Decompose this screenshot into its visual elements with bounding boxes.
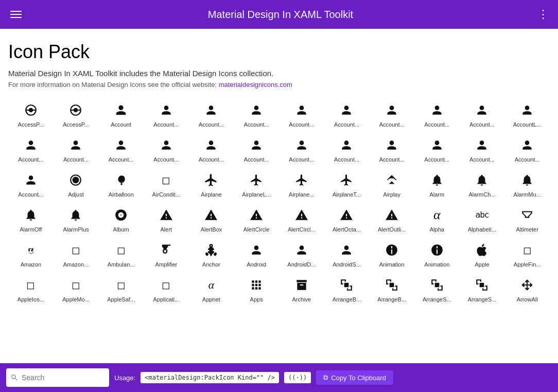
app-title: Material Design In XAML Toolkit	[24, 9, 537, 21]
icon-cell-70[interactable]: ArrangeS...	[460, 272, 505, 307]
icon-cell-56[interactable]: Animation	[369, 237, 414, 272]
icon-cell-48[interactable]: Amazon	[8, 237, 54, 272]
icon-cell-15[interactable]: Account...	[144, 132, 189, 167]
icon-cell-61[interactable]: ◻AppleMo...	[54, 272, 99, 307]
icon-cell-42[interactable]: AlertCircl...	[279, 202, 324, 237]
search-icon	[10, 373, 19, 382]
icon-label-48: Amazon	[10, 261, 51, 268]
icon-cell-9[interactable]: Account...	[414, 97, 460, 132]
icon-cell-10[interactable]: Account...	[460, 97, 505, 132]
icon-cell-51[interactable]: Amplifier	[144, 237, 189, 272]
icon-cell-8[interactable]: Account...	[369, 97, 414, 132]
icon-cell-66[interactable]: Archive	[279, 272, 324, 307]
search-input[interactable]	[22, 373, 94, 382]
icon-cell-36[interactable]: AlarmOff	[8, 202, 54, 237]
icon-label-20: Account...	[371, 156, 412, 163]
icon-label-22: Account...	[462, 156, 503, 163]
icon-label-58: Apple	[462, 261, 503, 268]
icon-cell-22[interactable]: Account...	[460, 132, 505, 167]
icon-cell-0[interactable]: AccessP...	[8, 97, 54, 132]
icon-cell-2[interactable]: Account	[98, 97, 144, 132]
icon-label-4: Account...	[191, 121, 232, 128]
icon-cell-53[interactable]: Android	[234, 237, 279, 272]
icon-cell-11[interactable]: AccountL...	[504, 97, 550, 132]
icon-cell-6[interactable]: Account...	[279, 97, 324, 132]
icon-cell-20[interactable]: Account...	[369, 132, 414, 167]
icon-cell-32[interactable]: Airplay	[369, 167, 414, 202]
icon-cell-41[interactable]: AlertCircle	[234, 202, 279, 237]
icon-cell-64[interactable]: αAppnet	[189, 272, 234, 307]
icon-cell-44[interactable]: AlertOutli...	[369, 202, 414, 237]
icon-label-59: AppleFin...	[507, 261, 548, 268]
icon-cell-29[interactable]: AirplaneL...	[234, 167, 279, 202]
icon-cell-5[interactable]: Account...	[234, 97, 279, 132]
icon-cell-33[interactable]: Alarm	[414, 167, 460, 202]
icon-cell-69[interactable]: ArrangeS...	[414, 272, 460, 307]
icon-cell-4[interactable]: Account...	[189, 97, 234, 132]
icon-cell-38[interactable]: Album	[98, 202, 144, 237]
icon-cell-18[interactable]: Account...	[279, 132, 324, 167]
icon-cell-1[interactable]: AccessP...	[54, 97, 99, 132]
icon-cell-49[interactable]: ◻Amazon...	[54, 237, 99, 272]
icon-cell-23[interactable]: Account...	[504, 132, 550, 167]
icon-label-53: Android	[236, 261, 277, 268]
icon-cell-13[interactable]: Account...	[54, 132, 99, 167]
icon-cell-52[interactable]: Anchor	[189, 237, 234, 272]
icon-cell-39[interactable]: Alert	[144, 202, 189, 237]
icon-cell-21[interactable]: Account...	[414, 132, 460, 167]
icon-label-49: Amazon...	[56, 261, 97, 268]
more-button[interactable]: ⋮	[537, 8, 550, 21]
icon-cell-3[interactable]: Account...	[144, 97, 189, 132]
icon-label-1: AccessP...	[56, 121, 97, 128]
icon-label-50: Ambulan...	[100, 261, 142, 268]
icon-cell-68[interactable]: ArrangeB...	[369, 272, 414, 307]
icon-cell-24[interactable]: Account...	[8, 167, 54, 202]
icon-cell-7[interactable]: Account...	[324, 97, 370, 132]
page-link-text: For more information on Material Design …	[8, 81, 550, 88]
icon-label-14: Account...	[100, 156, 142, 163]
icon-cell-60[interactable]: ◻AppleIos...	[8, 272, 54, 307]
icon-cell-25[interactable]: Adjust	[54, 167, 99, 202]
icon-cell-46[interactable]: abcAlphabeti...	[460, 202, 505, 237]
icon-cell-50[interactable]: ◻Ambulan...	[98, 237, 144, 272]
icon-cell-47[interactable]: Altimeter	[504, 202, 550, 237]
icon-cell-14[interactable]: Account...	[98, 132, 144, 167]
search-wrapper	[6, 368, 109, 387]
icon-cell-35[interactable]: AlarmMu...	[504, 167, 550, 202]
icon-label-57: Animation	[416, 261, 458, 268]
copy-icon: ⧉	[323, 373, 328, 382]
icon-cell-71[interactable]: ArrowAll	[504, 272, 550, 307]
icon-cell-19[interactable]: Account...	[324, 132, 370, 167]
icon-cell-63[interactable]: ◻Applicati...	[144, 272, 189, 307]
copy-to-clipboard-button[interactable]: ⧉ Copy To Clipboard	[316, 370, 393, 385]
icon-cell-16[interactable]: Account...	[189, 132, 234, 167]
menu-button[interactable]	[8, 9, 24, 20]
icon-cell-28[interactable]: Airplane	[189, 167, 234, 202]
icon-cell-12[interactable]: Account...	[8, 132, 54, 167]
icon-label-5: Account...	[236, 121, 277, 128]
icon-cell-58[interactable]: Apple	[460, 237, 505, 272]
icon-label-37: AlarmPlus	[56, 226, 97, 233]
icon-label-8: Account...	[371, 121, 412, 128]
icon-cell-34[interactable]: AlarmCh...	[460, 167, 505, 202]
icon-cell-45[interactable]: αAlpha	[414, 202, 460, 237]
materialdesignicons-link[interactable]: materialdesignicons.com	[219, 81, 292, 88]
icon-cell-59[interactable]: ◻AppleFin...	[504, 237, 550, 272]
usage-icon-code: ((·))	[284, 372, 311, 383]
icon-cell-37[interactable]: AlarmPlus	[54, 202, 99, 237]
icon-cell-30[interactable]: Airplane...	[279, 167, 324, 202]
icon-symbol-70	[475, 276, 489, 294]
icon-cell-55[interactable]: AndroidS...	[324, 237, 370, 272]
icon-cell-65[interactable]: Apps	[234, 272, 279, 307]
icon-cell-27[interactable]: ◻AirCondit...	[144, 167, 189, 202]
icon-cell-62[interactable]: ◻AppleSaf...	[98, 272, 144, 307]
icon-cell-43[interactable]: AlertOcta...	[324, 202, 370, 237]
icon-cell-31[interactable]: AirplaneT...	[324, 167, 370, 202]
icon-cell-40[interactable]: AlertBox	[189, 202, 234, 237]
icon-cell-67[interactable]: ArrangeB...	[324, 272, 370, 307]
icon-cell-17[interactable]: Account...	[234, 132, 279, 167]
icon-cell-57[interactable]: Animation	[414, 237, 460, 272]
icon-cell-54[interactable]: AndroidD...	[279, 237, 324, 272]
icon-symbol-32	[385, 171, 398, 189]
icon-cell-26[interactable]: Airballoon	[98, 167, 144, 202]
